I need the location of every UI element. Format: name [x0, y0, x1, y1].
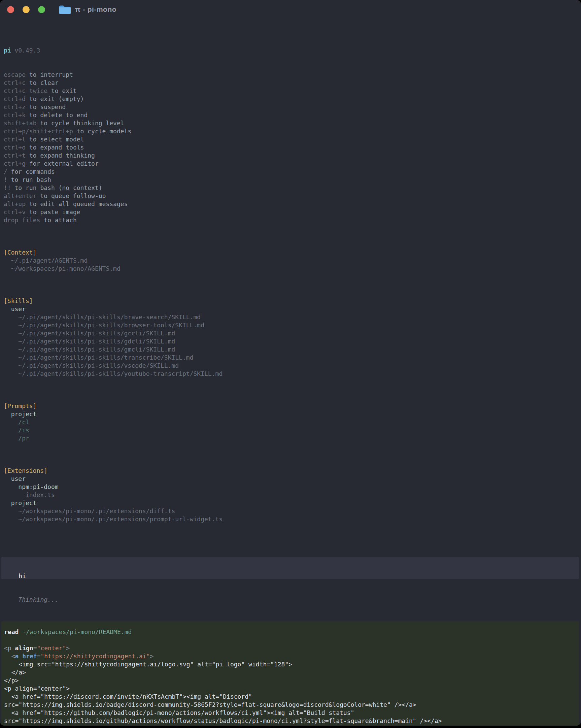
text-line: alt+enter to queue follow-up [4, 192, 578, 200]
text-segment: to delete to end [26, 111, 87, 119]
text-line: !! to run bash (no context) [4, 184, 578, 192]
text-segment: ~/.pi/agent/skills/pi-skills/brave-searc… [4, 313, 201, 320]
text-line: user [4, 475, 578, 483]
text-line: / for commands [4, 168, 578, 176]
text-segment: to suspend [26, 103, 65, 110]
text-segment: alt+enter [4, 192, 37, 199]
text-segment: /cl [4, 419, 29, 425]
text-line: <a href="https://discord.com/invite/nKXT… [4, 693, 576, 701]
text-line: <p align="center"> [4, 684, 576, 693]
text-line: [Context] [4, 249, 578, 257]
text-line: <a href="https://github.com/badlogic/pi-… [4, 709, 576, 717]
text-segment: ctrl+o [4, 144, 26, 151]
text-segment: > [150, 653, 154, 660]
text-segment: <a href="https://discord.com/invite/nKXT… [4, 693, 252, 700]
text-line: ctrl+z to suspend [4, 103, 578, 111]
text-segment: to exit [48, 87, 77, 94]
prompts-section: [Prompts] project /cl /is /pr [4, 402, 578, 442]
text-line: src="https://img.shields.io/badge/discor… [4, 701, 576, 709]
text-line: ctrl+c twice to exit [4, 87, 578, 95]
text-segment: !! [4, 184, 11, 191]
text-segment: </p> [4, 677, 19, 684]
text-segment: = [37, 653, 41, 660]
text-segment: /pr [4, 435, 29, 442]
text-segment: ctrl+v [4, 208, 26, 215]
text-line: [Extensions] [4, 467, 578, 475]
text-segment: index.ts [4, 491, 55, 498]
text-line: </p> [4, 676, 576, 684]
text-segment: /is [4, 426, 29, 434]
text-segment: to queue follow-up [37, 192, 106, 199]
scrollback: pi v0.49.3 escape to interruptctrl+c to … [0, 19, 581, 540]
user-message-text: hi [19, 572, 26, 579]
window-title: π - pi-mono [75, 5, 116, 14]
text-line: ctrl+o to expand tools [4, 144, 578, 152]
text-segment: / [4, 168, 7, 175]
text-segment: ~/workspaces/pi-mono/AGENTS.md [4, 265, 121, 272]
text-segment: ctrl+g [4, 160, 26, 167]
minimize-button[interactable] [23, 6, 30, 13]
skills-section: [Skills] user ~/.pi/agent/skills/pi-skil… [4, 297, 578, 378]
text-line: ~/workspaces/pi-mono/.pi/extensions/prom… [4, 515, 578, 523]
text-line: ctrl+t to expand thinking [4, 152, 578, 160]
text-segment: to run bash [7, 176, 51, 183]
text-segment: ! [4, 176, 7, 183]
text-segment: npm:pi-doom [4, 483, 58, 490]
text-line: project [4, 410, 578, 418]
text-line: pi v0.49.3 [4, 47, 578, 55]
extensions-section: [Extensions] user npm:pi-doom index.ts p… [4, 467, 578, 523]
text-line: read ~/workspaces/pi-mono/README.md [4, 628, 576, 636]
text-segment: to expand thinking [26, 152, 95, 159]
text-line: ~/.pi/agent/skills/pi-skills/youtube-tra… [4, 370, 578, 378]
text-segment [19, 653, 22, 660]
text-line: ~/.pi/agent/skills/pi-skills/gdcli/SKILL… [4, 337, 578, 345]
text-line: alt+up to edit all queued messages [4, 200, 578, 208]
text-line: /pr [4, 434, 578, 442]
text-segment: to cycle thinking level [37, 120, 124, 127]
text-segment: to attach [40, 216, 76, 224]
text-segment: to exit (empty) [26, 95, 84, 102]
text-segment: read [4, 628, 19, 635]
text-line: ~/.pi/agent/skills/pi-skills/browser-too… [4, 321, 578, 329]
text-segment: > [66, 645, 70, 652]
text-segment: </p> [4, 725, 19, 726]
text-line: /cl [4, 418, 578, 426]
text-line: ~/.pi/agent/skills/pi-skills/gmcli/SKILL… [4, 345, 578, 354]
text-line: user [4, 305, 578, 313]
text-segment: ~/.pi/agent/AGENTS.md [4, 257, 87, 264]
text-segment: to paste image [26, 208, 80, 215]
text-segment: ctrl+c [4, 79, 26, 86]
text-line: ctrl+k to delete to end [4, 111, 578, 119]
text-segment: escape [4, 71, 26, 78]
text-segment: ~/workspaces/pi-mono/.pi/extensions/prom… [4, 516, 222, 523]
text-segment: href [22, 653, 37, 660]
context-section: [Context] ~/.pi/agent/AGENTS.md ~/worksp… [4, 249, 578, 273]
text-segment: user [4, 475, 26, 482]
text-segment: v0.49.3 [11, 47, 41, 54]
text-line: ctrl+g for external editor [4, 160, 578, 168]
text-segment: <p [4, 645, 15, 652]
text-segment: <p align="center"> [4, 685, 70, 692]
text-line: ~/workspaces/pi-mono/AGENTS.md [4, 265, 578, 273]
terminal-window: π - pi-mono pi v0.49.3 escape to interru… [0, 0, 581, 726]
text-line: escape to interrupt [4, 71, 578, 79]
text-segment: ctrl+l [4, 136, 26, 143]
text-segment: <a href="https://github.com/badlogic/pi-… [4, 709, 354, 716]
text-segment: < [11, 653, 15, 660]
text-segment: src="https://img.shields.io/github/actio… [4, 717, 442, 724]
thinking-text: Thinking... [18, 596, 58, 603]
text-line: <img src="https://shittycodingagent.ai/l… [4, 660, 576, 668]
text-segment: ~/.pi/agent/skills/pi-skills/gdcli/SKILL… [4, 338, 175, 345]
text-segment: ctrl+z [4, 103, 26, 110]
zoom-button[interactable] [38, 6, 45, 13]
close-button[interactable] [7, 6, 14, 13]
text-segment: [Extensions] [4, 467, 48, 474]
text-segment: alt+up [4, 200, 26, 207]
text-segment: ~/workspaces/pi-mono/README.md [19, 628, 132, 635]
text-segment: ctrl+p/shift+ctrl+p [4, 128, 73, 135]
text-segment: to interrupt [26, 71, 73, 78]
text-segment: ctrl+c twice [4, 87, 48, 94]
text-segment: ~/.pi/agent/skills/pi-skills/gmcli/SKILL… [4, 346, 175, 353]
text-line: </p> [4, 725, 576, 726]
text-segment: shift+tab [4, 120, 37, 127]
